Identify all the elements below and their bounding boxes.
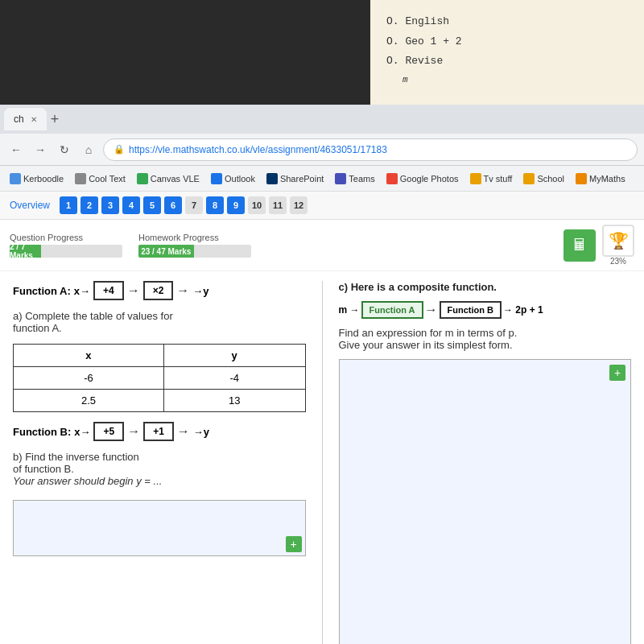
bookmark-kerboodle[interactable]: Kerboodle <box>6 171 67 186</box>
right-column: c) Here is a composite function. m → Fun… <box>339 281 632 644</box>
q-num-4[interactable]: 4 <box>122 196 140 214</box>
q-num-8[interactable]: 8 <box>206 196 224 214</box>
homework-progress-section: Homework Progress 23 / 47 Marks <box>138 233 251 258</box>
part-c-text2: Give your answer in its simplest form. <box>339 339 632 351</box>
composite-result: → 2p + 1 <box>503 304 543 316</box>
composite-func-a: Function A <box>361 301 423 319</box>
function-b-box1: +5 <box>93 422 124 441</box>
forward-button[interactable]: → <box>31 140 50 159</box>
question-progress-label: Question Progress <box>10 233 122 242</box>
answer-box-b-plus[interactable]: + <box>286 536 302 552</box>
part-c-question: Find an expression for m in terms of p. … <box>339 327 632 351</box>
function-a-y: →y <box>192 285 208 297</box>
teams-icon <box>335 173 346 184</box>
function-b-label: Function B: <box>13 426 71 438</box>
part-a-text2: function A. <box>13 322 306 334</box>
q-num-3[interactable]: 3 <box>101 196 119 214</box>
function-a-label: Function A: <box>13 285 71 297</box>
sharepoint-icon <box>266 173 278 184</box>
function-b-diagram: Function B: x→ +5 → +1 → →y <box>13 422 306 441</box>
bookmark-label: Teams <box>349 174 374 184</box>
tab-label: ch <box>14 114 24 125</box>
bookmark-outlook[interactable]: Outlook <box>208 171 258 186</box>
row2-y: 13 <box>163 390 305 412</box>
row1-x: -6 <box>14 367 164 390</box>
q-num-11[interactable]: 11 <box>269 196 287 214</box>
bookmark-label: Kerboodle <box>23 174 64 184</box>
bookmark-sharepoint[interactable]: SharePoint <box>263 171 327 186</box>
question-body: Function A: x→ +4 → ×2 → →y a) Complete … <box>0 271 644 644</box>
homework-progress-bar: 23 / 47 Marks <box>138 245 251 258</box>
function-a-diagram: Function A: x→ +4 → ×2 → →y <box>13 281 306 300</box>
arrow3: → <box>127 424 140 439</box>
q-num-7[interactable]: 7 <box>185 196 203 214</box>
q-num-5[interactable]: 5 <box>143 196 161 214</box>
answer-box-c-plus[interactable]: + <box>609 365 625 381</box>
bookmark-label: Google Photos <box>400 174 459 184</box>
browser-window: ch ✕ + ← → ↻ ⌂ 🔒 https://vle.mathswatch.… <box>0 105 644 644</box>
googlephotos-icon <box>386 173 398 184</box>
kerboodle-icon <box>10 173 21 184</box>
part-b-italic: Your answer should begin y = ... <box>13 475 306 487</box>
function-b-y: →y <box>193 426 209 438</box>
q-num-12[interactable]: 12 <box>290 196 308 214</box>
composite-diagram: m → Function A → Function B → 2p + 1 <box>339 301 632 319</box>
bookmark-label: Tv stuff <box>484 174 513 184</box>
cooltext-icon <box>75 173 86 184</box>
bookmark-school[interactable]: School <box>520 171 568 186</box>
bookmark-canvasvle[interactable]: Canvas VLE <box>134 171 203 186</box>
paper-note: O. English O. Geo 1 + 2 O. Revise m <box>370 0 644 113</box>
overview-link[interactable]: Overview <box>10 200 50 211</box>
answer-box-b[interactable]: + <box>13 500 306 556</box>
q-num-10[interactable]: 10 <box>248 196 266 214</box>
url-text: https://vle.mathswatch.co.uk/vle/assignm… <box>129 144 387 155</box>
q-num-1[interactable]: 1 <box>60 196 77 214</box>
q-num-9[interactable]: 9 <box>227 196 245 214</box>
question-nav: Overview 1 2 3 4 5 6 7 8 9 10 11 12 <box>0 192 644 220</box>
tab-bar: ch ✕ + <box>0 105 644 134</box>
row1-y: -4 <box>163 367 305 390</box>
outlook-icon <box>211 173 222 184</box>
percent-badge: 23% <box>610 257 626 266</box>
part-a-heading: a) Complete the table of values for func… <box>13 310 306 334</box>
part-b-section: b) Find the inverse function of function… <box>13 451 306 487</box>
question-progress-value: 2 / 7 Marks <box>10 245 41 258</box>
bookmark-label: SharePoint <box>280 174 324 184</box>
bookmark-teams[interactable]: Teams <box>332 171 378 186</box>
column-divider <box>322 281 323 644</box>
back-button[interactable]: ← <box>6 140 26 159</box>
trophy-icon: 🏆 <box>602 225 634 257</box>
note-line1: O. English <box>386 12 628 32</box>
note-line3: O. Revise <box>386 52 628 72</box>
canvas-icon <box>137 173 148 184</box>
function-b-x: x→ <box>74 426 90 438</box>
address-bar-row: ← → ↻ ⌂ 🔒 https://vle.mathswatch.co.uk/v… <box>0 134 644 166</box>
bookmark-cooltext[interactable]: Cool Text <box>72 171 129 186</box>
active-tab[interactable]: ch ✕ <box>4 108 47 130</box>
function-a-box1: +4 <box>93 281 124 300</box>
col-y-header: y <box>163 345 305 367</box>
note-line2: O. Geo 1 + 2 <box>386 32 628 52</box>
composite-m-label: m → <box>339 304 360 316</box>
function-a-x: x→ <box>74 285 90 297</box>
q-num-6[interactable]: 6 <box>164 196 182 214</box>
answer-box-c[interactable]: + <box>339 359 632 644</box>
bookmark-tvstuff[interactable]: Tv stuff <box>467 171 516 186</box>
q-num-2[interactable]: 2 <box>80 196 98 214</box>
tab-close-button[interactable]: ✕ <box>31 115 37 124</box>
calculator-icon: 🖩 <box>564 229 596 262</box>
bookmark-label: Cool Text <box>89 174 126 184</box>
bookmark-label: Canvas VLE <box>151 174 200 184</box>
url-bar[interactable]: 🔒 https://vle.mathswatch.co.uk/vle/assig… <box>103 138 638 161</box>
progress-area: Question Progress 2 / 7 Marks Homework P… <box>0 220 644 271</box>
bookmark-label: Outlook <box>225 174 255 184</box>
new-tab-button[interactable]: + <box>51 111 60 128</box>
home-button[interactable]: ⌂ <box>79 140 98 159</box>
col-x-header: x <box>14 345 164 367</box>
bookmark-mymaths[interactable]: MyMaths <box>572 171 629 186</box>
composite-func-b: Function B <box>440 301 502 319</box>
bookmark-googlephotos[interactable]: Google Photos <box>383 171 462 186</box>
part-a-text1: a) Complete the table of values for <box>13 310 306 322</box>
refresh-button[interactable]: ↻ <box>55 140 74 159</box>
left-column: Function A: x→ +4 → ×2 → →y a) Complete … <box>13 281 306 644</box>
